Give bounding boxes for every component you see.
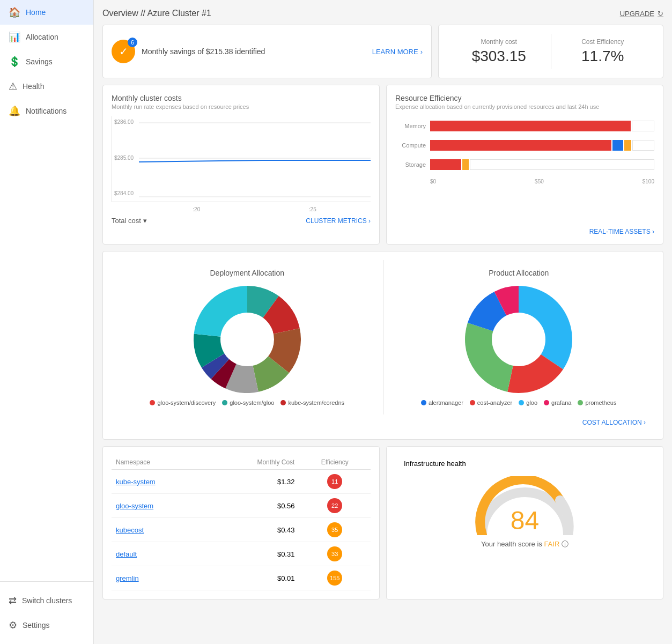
product-legend: alertmanager cost-analyzer gloo grafana: [392, 399, 646, 406]
y-label-286: $286.00: [114, 119, 134, 125]
sidebar-item-home-label: Home: [26, 8, 46, 17]
memory-white-segment: [632, 121, 654, 131]
sidebar-item-allocation-label: Allocation: [26, 33, 58, 41]
real-time-assets-link[interactable]: REAL-TIME ASSETS ›: [395, 228, 654, 235]
savings-icon: 💲: [9, 56, 20, 68]
storage-bar-row: Storage: [395, 159, 654, 170]
monthly-costs-card: Monthly cluster costs Monthly run rate e…: [102, 85, 380, 245]
savings-icon-wrap: ✓ 6: [112, 40, 135, 63]
legend-dot: [544, 400, 549, 405]
sidebar-item-notifications[interactable]: 🔔 Notifications: [0, 99, 93, 123]
home-icon: 🏠: [9, 6, 20, 18]
namespace-link[interactable]: kubecost: [116, 526, 144, 534]
y-label-285: $285.00: [114, 155, 134, 161]
sidebar-switch-clusters[interactable]: ⇄ Switch clusters: [0, 588, 93, 613]
switch-icon: ⇄: [9, 595, 17, 606]
cost-cell: $1.32: [207, 470, 299, 494]
pie-charts-row: Deployment Allocation: [112, 260, 654, 414]
chevron-right-icon: ›: [420, 48, 423, 56]
svg-point-3: [220, 313, 274, 366]
namespace-link[interactable]: kube-system: [116, 478, 156, 486]
legend-dot: [578, 400, 583, 405]
legend-dot: [421, 400, 426, 405]
charts-row: Monthly cluster costs Monthly run rate e…: [102, 85, 663, 245]
cost-cell: $0.31: [207, 542, 299, 566]
legend-dot: [470, 400, 475, 405]
sidebar-item-allocation[interactable]: 📊 Allocation: [0, 25, 93, 49]
bar-chart: Memory Compute: [395, 116, 654, 224]
namespace-link[interactable]: default: [116, 550, 137, 558]
sidebar-item-health-label: Health: [23, 82, 44, 91]
monthly-chart-subtitle: Monthly run rate expenses based on resou…: [112, 103, 371, 110]
svg-point-4: [492, 313, 545, 366]
table-row: gremlin $0.01 155: [112, 566, 371, 590]
monthly-cost-metric: Monthly cost $303.15: [447, 34, 551, 69]
table-row: kubecost $0.43 35: [112, 518, 371, 542]
monthly-cost-value: $303.15: [456, 48, 542, 65]
chevron-right-icon: ›: [644, 419, 646, 426]
x-axis-50: $50: [535, 179, 544, 184]
sidebar-item-savings[interactable]: 💲 Savings: [0, 49, 93, 74]
memory-bar-row: Memory: [395, 121, 654, 131]
settings-icon: ⚙: [9, 619, 17, 631]
cost-cell: $0.01: [207, 566, 299, 590]
legend-gloo-product: gloo: [519, 399, 537, 406]
cluster-metrics-link[interactable]: CLUSTER METRICS ›: [306, 217, 371, 225]
sidebar-nav: 🏠 Home 📊 Allocation 💲 Savings ⚠ Health 🔔…: [0, 0, 93, 581]
compute-white-segment: [632, 140, 654, 151]
cost-cell: $0.43: [207, 518, 299, 542]
sidebar: 🏠 Home 📊 Allocation 💲 Savings ⚠ Health 🔔…: [0, 0, 94, 644]
legend-coredns: kube-system/coredns: [280, 399, 344, 406]
chevron-right-icon: ›: [652, 228, 654, 235]
legend-alertmanager: alertmanager: [421, 399, 463, 406]
namespace-link[interactable]: gremlin: [116, 574, 139, 582]
bottom-row: Namespace Monthly Cost Efficiency kube-s…: [102, 446, 663, 599]
legend-prometheus: prometheus: [578, 399, 616, 406]
deployment-pie-chart: [194, 286, 301, 393]
cost-allocation-link[interactable]: COST ALLOCATION ›: [112, 414, 654, 431]
efficiency-badge: 22: [327, 498, 342, 513]
health-quality: FAIR: [544, 540, 559, 548]
product-pie-chart: [465, 286, 572, 393]
allocation-card: Deployment Allocation: [102, 251, 663, 440]
health-icon: ⚠: [9, 80, 17, 92]
upgrade-button[interactable]: UPGRADE ↻: [620, 10, 663, 18]
settings-label: Settings: [23, 621, 50, 630]
x-labels: :20 :25: [112, 206, 371, 212]
sidebar-settings[interactable]: ⚙ Settings: [0, 613, 93, 638]
main-content: Overview // Azure Cluster #1 UPGRADE ↻ ✓…: [94, 0, 672, 644]
health-title: Infrastructure health: [395, 455, 654, 468]
compute-blue-segment: [612, 140, 624, 151]
savings-banner: ✓ 6 Monthly savings of $215.38 identifie…: [102, 25, 432, 78]
x-label-20: :20: [193, 206, 200, 212]
total-cost-dropdown[interactable]: Total cost ▾: [112, 217, 147, 225]
switch-clusters-label: Switch clusters: [22, 596, 72, 605]
legend-dot: [150, 400, 155, 405]
x-axis-0: $0: [430, 179, 436, 184]
compute-red-segment: [430, 140, 611, 151]
efficiency-value: 11.7%: [560, 48, 646, 65]
refresh-icon: ↻: [658, 10, 663, 18]
namespace-link[interactable]: gloo-system: [116, 502, 153, 510]
compute-label: Compute: [395, 142, 430, 149]
monthly-cost-col-header: Monthly Cost: [207, 455, 299, 470]
gauge-wrap: 84: [471, 476, 579, 535]
health-description: Your health score is FAIR ⓘ: [481, 539, 568, 549]
storage-yellow-segment: [462, 159, 469, 170]
efficiency-label: Cost Efficiency: [560, 38, 646, 46]
memory-bar: [430, 121, 654, 131]
cost-efficiency-metric: Cost Efficiency 11.7%: [551, 34, 655, 69]
efficiency-badge: 155: [327, 571, 342, 586]
legend-dot: [519, 400, 524, 405]
deployment-legend: gloo-system/discovery gloo-system/gloo k…: [120, 399, 374, 406]
resource-efficiency-card: Resource Efficiency Expense allocation b…: [386, 85, 663, 245]
cost-metrics-card: Monthly cost $303.15 Cost Efficiency 11.…: [438, 25, 663, 78]
sidebar-item-savings-label: Savings: [26, 57, 53, 66]
chevron-right-icon: ›: [368, 217, 371, 225]
legend-dot: [222, 400, 227, 405]
memory-label: Memory: [395, 123, 430, 129]
legend-discovery: gloo-system/discovery: [150, 399, 216, 406]
learn-more-link[interactable]: LEARN MORE ›: [372, 48, 423, 56]
sidebar-item-health[interactable]: ⚠ Health: [0, 74, 93, 99]
sidebar-item-home[interactable]: 🏠 Home: [0, 0, 93, 25]
